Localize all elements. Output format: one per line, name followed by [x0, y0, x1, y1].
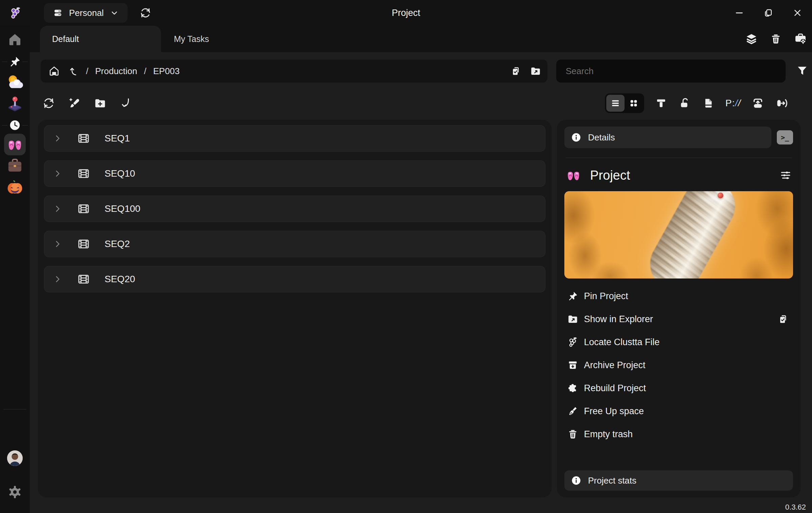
home-button[interactable] — [49, 66, 60, 76]
app-version: 0.3.62 — [785, 503, 806, 512]
show-in-explorer-action[interactable]: Show in Explorer — [564, 311, 793, 327]
archive-icon — [566, 360, 579, 371]
go-up-button[interactable] — [68, 66, 79, 76]
sequence-row-seq1[interactable]: SEQ1 — [44, 125, 545, 152]
breadcrumb-separator: / — [86, 66, 88, 76]
toolbar-right: P:// — [605, 93, 788, 113]
server-icon — [53, 8, 63, 18]
expand-chevron-icon[interactable] — [53, 169, 62, 178]
sequence-list-panel: SEQ1 SEQ10 SEQ100 SEQ2 SEQ20 — [38, 120, 551, 497]
sync-button[interactable] — [42, 96, 55, 110]
info-icon — [571, 132, 581, 142]
details-header[interactable]: Details — [564, 127, 771, 148]
workspace-label: Personal — [69, 8, 104, 18]
folder-export-icon — [566, 313, 579, 325]
archive-project-action[interactable]: Archive Project — [564, 357, 793, 373]
sidebar-item-profile[interactable] — [0, 450, 30, 466]
project-settings-sliders-button[interactable] — [780, 169, 792, 181]
pin-project-action[interactable]: Pin Project — [564, 288, 793, 304]
workspace-settings-button[interactable] — [794, 32, 807, 46]
sequence-row-seq100[interactable]: SEQ100 — [44, 196, 545, 222]
pumpkin-emoji-icon — [6, 178, 24, 196]
sequence-row-seq2[interactable]: SEQ2 — [44, 231, 545, 257]
window-controls — [732, 0, 812, 26]
tabbar-actions — [745, 26, 807, 52]
details-header-row: Details >_ — [564, 127, 793, 148]
breadcrumb-item-ep003[interactable]: EP003 — [153, 66, 180, 76]
copy-path-button[interactable] — [510, 66, 521, 76]
new-folder-button[interactable] — [93, 96, 107, 110]
sidebar-item-joystick-project[interactable] — [0, 94, 30, 113]
list-view-button[interactable] — [606, 95, 625, 112]
details-title: Details — [588, 132, 615, 143]
protocol-button[interactable]: P:// — [725, 98, 741, 109]
workspace-selector[interactable]: Personal — [44, 3, 128, 23]
expand-chevron-icon[interactable] — [53, 204, 62, 213]
maximize-button[interactable] — [761, 6, 775, 20]
close-button[interactable] — [790, 6, 805, 20]
breadcrumb-row: / Production / EP003 — [30, 60, 812, 83]
settings-gear-icon — [7, 485, 22, 499]
unlock-button[interactable] — [678, 96, 692, 110]
free-up-space-action[interactable]: Free Up space — [564, 403, 793, 419]
grid-view-button[interactable] — [625, 95, 643, 112]
ballet-shoes-emoji-icon — [6, 136, 23, 153]
trash-icon — [566, 429, 579, 440]
sequence-row-seq20[interactable]: SEQ20 — [44, 266, 545, 292]
details-panel: Details >_ — [557, 120, 800, 497]
active-project-highlight — [4, 134, 26, 155]
upload-button[interactable] — [751, 96, 765, 110]
layers-button[interactable] — [745, 32, 758, 45]
filter-button[interactable] — [796, 64, 809, 77]
tab-default[interactable]: Default — [40, 26, 161, 52]
terminal-button[interactable]: >_ — [777, 130, 793, 144]
film-strip-icon — [77, 238, 90, 250]
sidebar-item-home[interactable] — [0, 32, 30, 47]
breadcrumb-item-production[interactable]: Production — [95, 66, 137, 76]
copy-check-icon[interactable] — [777, 314, 788, 325]
film-strip-icon — [77, 203, 90, 215]
tab-my-tasks[interactable]: My Tasks — [165, 26, 246, 52]
sidebar-item-pumpkin-project[interactable] — [0, 178, 30, 197]
file-button[interactable] — [702, 96, 715, 110]
rebuild-project-action[interactable]: Rebuild Project — [564, 380, 793, 396]
sequence-label: SEQ10 — [105, 168, 135, 179]
sidebar-item-ballet-project-active[interactable] — [0, 134, 30, 155]
view-mode-toggle — [605, 93, 644, 113]
trash-button[interactable] — [770, 33, 782, 45]
pull-button[interactable] — [119, 96, 133, 110]
open-in-explorer-button[interactable] — [530, 65, 541, 77]
expand-chevron-icon[interactable] — [53, 240, 62, 248]
project-stats-button[interactable]: Project stats — [564, 470, 793, 491]
window-title: Project — [392, 8, 420, 18]
project-actions: Pin Project Show in Explorer — [564, 288, 793, 449]
sidebar-item-settings[interactable] — [0, 485, 30, 499]
search-input[interactable] — [556, 60, 786, 83]
push-button[interactable] — [775, 96, 788, 110]
sidebar-item-weather-project[interactable] — [0, 72, 30, 91]
expand-chevron-icon[interactable] — [53, 134, 62, 143]
info-icon — [571, 475, 581, 486]
template-button[interactable] — [654, 96, 668, 110]
create-asset-brush-button[interactable] — [68, 96, 81, 110]
toolbar-left — [42, 96, 133, 110]
sequence-label: SEQ1 — [105, 133, 130, 144]
locate-clustta-file-action[interactable]: Locate Clustta File — [564, 334, 793, 350]
sidebar-item-pinned[interactable] — [0, 55, 30, 68]
sidebar-item-briefcase-project[interactable] — [0, 156, 30, 175]
chevron-down-icon — [110, 8, 119, 17]
sequence-label: SEQ2 — [105, 239, 130, 249]
joystick-emoji-icon — [5, 94, 24, 113]
puzzle-icon — [566, 383, 579, 394]
sequence-row-seq10[interactable]: SEQ10 — [44, 160, 545, 187]
clock-icon — [9, 119, 21, 131]
empty-trash-action[interactable]: Empty trash — [564, 426, 793, 442]
project-header: Project — [564, 168, 793, 183]
expand-chevron-icon[interactable] — [53, 275, 62, 284]
sync-workspace-button[interactable] — [140, 7, 151, 19]
sidebar-item-recents[interactable] — [0, 118, 30, 132]
tail-ornament — [718, 193, 723, 198]
minimize-button[interactable] — [732, 6, 746, 20]
film-strip-icon — [77, 168, 90, 180]
project-thumbnail — [564, 191, 793, 278]
